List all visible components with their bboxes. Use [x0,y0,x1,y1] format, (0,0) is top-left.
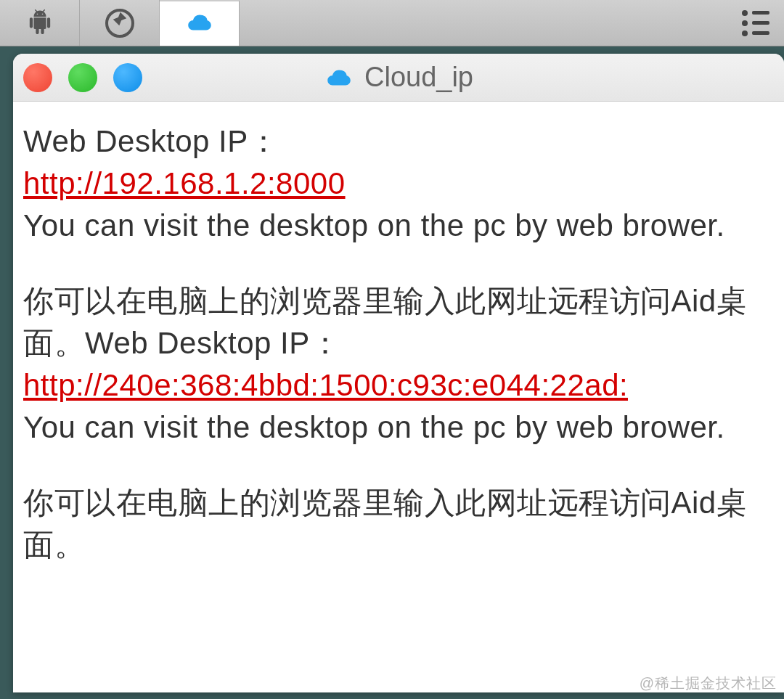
taskbar [0,0,784,46]
content-area: Web Desktop IP： http://192.168.1.2:8000 … [13,102,784,692]
ip-block-2: 你可以在电脑上的浏览器里输入此网址远程访问Aid桌面。Web Desktop I… [23,280,774,449]
ip-url-ipv6[interactable]: http://240e:368:4bbd:1500:c93c:e044:22ad… [23,364,628,406]
ip-intro-2: 你可以在电脑上的浏览器里输入此网址远程访问Aid桌面。Web Desktop I… [23,284,747,360]
ip-desc-2: You can visit the desktop on the pc by w… [23,410,725,444]
window-controls [23,63,142,92]
app-window: Cloud_ip Web Desktop IP： http://192.168.… [13,54,784,692]
ip-label-1: Web Desktop IP： [23,124,279,158]
menu-button[interactable] [742,0,769,46]
taskbar-item-browser[interactable] [80,0,160,46]
window-title-text: Cloud_ip [364,62,473,93]
taskbar-item-android[interactable] [0,0,80,46]
android-icon [28,9,52,37]
cloud-icon [185,12,214,36]
cloud-icon [324,67,354,89]
list-icon [742,10,769,36]
titlebar[interactable]: Cloud_ip [13,54,784,102]
watermark: @稀土掘金技术社区 [640,674,777,693]
ip-block-3: 你可以在电脑上的浏览器里输入此网址远程访问Aid桌面。 [23,482,774,566]
ip-desc-1: You can visit the desktop on the pc by w… [23,208,725,242]
ip-url-ipv4[interactable]: http://192.168.1.2:8000 [23,163,346,205]
ip-block-1: Web Desktop IP： http://192.168.1.2:8000 … [23,120,774,247]
taskbar-item-cloud[interactable] [160,0,240,46]
ip-text-3: 你可以在电脑上的浏览器里输入此网址远程访问Aid桌面。 [23,486,747,562]
maximize-button[interactable] [113,63,142,92]
close-button[interactable] [23,63,52,92]
compass-icon [105,9,134,38]
minimize-button[interactable] [68,63,97,92]
window-title: Cloud_ip [324,62,473,93]
